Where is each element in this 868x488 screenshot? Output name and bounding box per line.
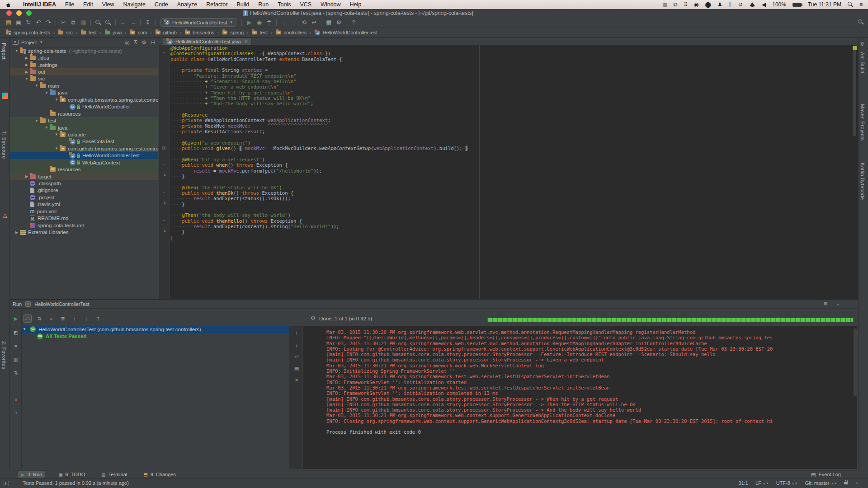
- toolwindow-button-terminal[interactable]: ▥Terminal: [98, 471, 130, 478]
- show-console-icon[interactable]: ▥: [12, 357, 19, 362]
- hierarchy-icon[interactable]: [3, 214, 7, 218]
- tree-item-main[interactable]: ▼main: [10, 82, 158, 89]
- vcs-rollback-icon[interactable]: ↩: [309, 18, 319, 27]
- close-window-button[interactable]: [6, 10, 12, 16]
- expand-all-icon[interactable]: ≡: [47, 314, 55, 323]
- search-everywhere-icon[interactable]: [858, 19, 863, 25]
- run-help-button[interactable]: ?: [12, 411, 19, 416]
- find-icon[interactable]: [93, 18, 103, 27]
- tree-item-readme-md[interactable]: MREADME.md: [10, 215, 158, 222]
- show-changes-icon[interactable]: ▦: [324, 18, 334, 27]
- editor-code-area[interactable]: @WebAppConfiguration@ContextConfiguratio…: [170, 45, 852, 299]
- editor-gutter[interactable]: −+−└−└−└: [159, 45, 170, 299]
- tree-expand-icon[interactable]: ▶: [14, 230, 20, 235]
- tree-item-java[interactable]: ▼java: [10, 124, 158, 131]
- notification-center-icon[interactable]: ≡: [859, 0, 863, 9]
- tree-expand-icon[interactable]: ▼: [43, 126, 50, 130]
- tree-item--travis-yml[interactable]: .travis.yml: [10, 201, 158, 208]
- panel-settings-icon[interactable]: ⚙: [142, 39, 146, 46]
- breadcrumb-item[interactable]: java: [104, 30, 123, 35]
- hide-run-panel-icon[interactable]: ⌄: [836, 301, 840, 307]
- editor-scrollbar[interactable]: [853, 46, 856, 136]
- run-to-line-icon[interactable]: ↧: [143, 18, 153, 27]
- event-log-button[interactable]: ▤ Event Log: [811, 472, 841, 478]
- menu-code[interactable]: Code: [150, 1, 173, 8]
- print-console-icon[interactable]: ▤: [293, 366, 300, 371]
- fold-marker[interactable]: −: [162, 163, 166, 167]
- fold-marker[interactable]: −: [162, 219, 166, 223]
- fold-marker[interactable]: └: [162, 174, 166, 178]
- run-configuration-select[interactable]: CHelloWorldControllerTest▼: [160, 18, 236, 27]
- keyboard-grid-icon[interactable]: ⠿: [684, 0, 688, 9]
- breadcrumb-item[interactable]: controllers: [275, 30, 308, 35]
- replace-icon[interactable]: [103, 18, 113, 27]
- vcs-history-icon[interactable]: ⟲: [299, 18, 309, 27]
- console-scrollbar[interactable]: [854, 328, 857, 396]
- tree-expand-icon[interactable]: ▼: [43, 91, 50, 95]
- scroll-up-icon[interactable]: ↑: [293, 330, 300, 336]
- scroll-down-icon[interactable]: ↓: [293, 342, 300, 347]
- hide-panel-icon[interactable]: ⊟: [151, 39, 155, 46]
- sidebar-item-ant-build[interactable]: Ant Build: [860, 52, 865, 74]
- breadcrumb-item[interactable]: github: [154, 30, 178, 35]
- highlighting-level-icon[interactable]: ◔: [855, 480, 858, 486]
- tree-item-test[interactable]: ▼test: [10, 117, 158, 124]
- menu-build[interactable]: Build: [232, 1, 254, 8]
- help-icon[interactable]: ?: [349, 18, 359, 27]
- toolwindow-button-9-changes[interactable]: ⬒9: Changes: [140, 471, 179, 478]
- rerun-button[interactable]: ▶: [12, 316, 19, 322]
- tree-expand-icon[interactable]: ▼: [53, 132, 60, 136]
- sync-status-icon[interactable]: ◍: [662, 0, 667, 9]
- tab-helloworldcontrollertest[interactable]: C HelloWorldControllerTest.java ✕: [163, 38, 252, 45]
- tree-item-src[interactable]: ▼src: [10, 75, 158, 82]
- breadcrumb-item[interactable]: test: [250, 30, 269, 35]
- hide-passed-filter[interactable]: [24, 314, 32, 323]
- run-button[interactable]: ▶: [244, 18, 254, 27]
- tree-expand-icon[interactable]: ▼: [22, 327, 27, 331]
- tree-item-helloworldcontroller[interactable]: CHelloWorldController: [10, 103, 158, 110]
- chevron-down-icon[interactable]: ▼: [39, 40, 43, 44]
- notifications-bell-icon[interactable]: ◉: [694, 0, 698, 9]
- minimize-window-button[interactable]: [16, 10, 22, 16]
- breadcrumb-item[interactable]: test: [80, 30, 98, 35]
- menu-edit[interactable]: Edit: [79, 1, 98, 8]
- window-titlebar[interactable]: j HelloWorldControllerTest.java - [sprin…: [0, 9, 868, 17]
- run-panel-header[interactable]: Run HelloWorldControllerTest ⚙⌄: [10, 300, 858, 309]
- project-panel-header[interactable]: Project ▼ ◎⊼⚙⊟: [10, 38, 158, 47]
- tree-item--project[interactable]: .project: [10, 194, 158, 201]
- soft-wrap-icon[interactable]: ⏎: [293, 354, 300, 360]
- close-run-panel-button[interactable]: ✕: [12, 397, 19, 403]
- tree-expand-icon[interactable]: ▼: [14, 49, 20, 53]
- sidebar-item-project[interactable]: Project: [1, 43, 7, 60]
- redo-icon[interactable]: ↷: [43, 18, 53, 27]
- status-widget-lf[interactable]: LF▲▼: [755, 480, 769, 486]
- apple-menu-icon[interactable]: [5, 2, 11, 8]
- cut-icon[interactable]: ✂: [58, 18, 68, 27]
- wifi-icon[interactable]: [749, 2, 755, 7]
- gear-icon[interactable]: ⚙: [311, 315, 316, 321]
- tree-expand-icon[interactable]: ▶: [24, 63, 30, 67]
- copy-icon[interactable]: ⧉: [68, 18, 78, 27]
- fold-marker[interactable]: −: [162, 51, 166, 55]
- toolwindow-button-6-todo[interactable]: ▣6: TODO: [55, 471, 88, 478]
- breadcrumb-item[interactable]: spring: [221, 30, 245, 35]
- fold-marker[interactable]: +: [162, 146, 166, 150]
- tree-item-spring-cola-tests[interactable]: ▼spring-cola-tests(~/git/spring-cola-tes…: [10, 47, 158, 54]
- tree-expand-icon[interactable]: ▼: [53, 146, 60, 150]
- menu-file[interactable]: File: [61, 1, 79, 8]
- tree-item-com-github-bmsantos-spring-test-controllers[interactable]: ▼com.github.bmsantos.spring.test.control…: [10, 96, 158, 103]
- status-widget-31-1[interactable]: 31:1: [739, 480, 748, 486]
- import-results-icon[interactable]: ⇅: [12, 370, 19, 376]
- volume-icon[interactable]: ◀: [762, 0, 766, 9]
- tree-item--idea[interactable]: ▶.idea: [10, 54, 158, 61]
- menu-analyze[interactable]: Analyze: [173, 1, 202, 8]
- tree-expand-icon[interactable]: ▼: [24, 77, 30, 81]
- status-widget-utf-8[interactable]: UTF-8▲▼: [776, 480, 798, 486]
- tree-item-basecolatest[interactable]: CBaseColaTest: [10, 138, 158, 145]
- menu-vcs[interactable]: VCS: [295, 1, 316, 8]
- collapse-all-icon[interactable]: ≣: [59, 314, 67, 323]
- battery-percent[interactable]: 100%: [772, 1, 786, 8]
- tree-expand-icon[interactable]: ▶: [24, 174, 30, 178]
- tree-item--classpath[interactable]: .classpath: [10, 180, 158, 187]
- back-icon[interactable]: ←: [118, 18, 128, 27]
